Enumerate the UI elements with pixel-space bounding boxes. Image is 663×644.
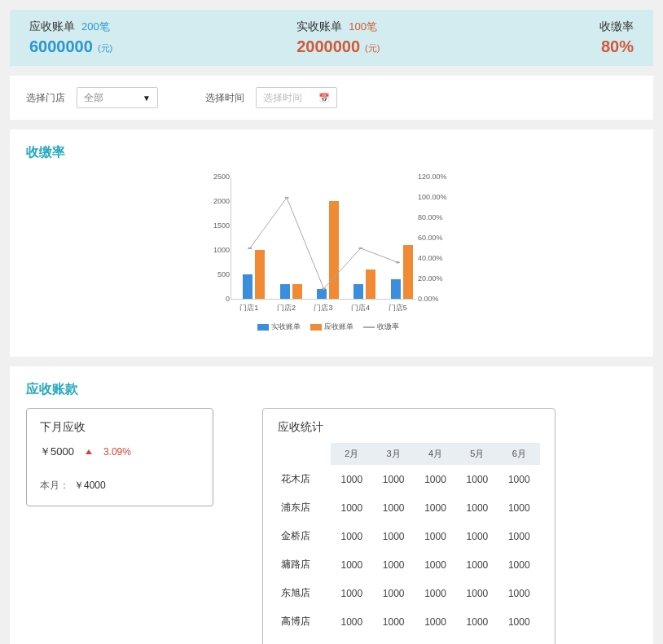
bar-actual — [353, 284, 363, 299]
x-label: 门店3 — [305, 300, 342, 313]
cell-value: 1000 — [415, 550, 456, 579]
table-row: 墉路店10001000100010001000 — [278, 550, 540, 579]
cell-value: 1000 — [498, 607, 540, 636]
summary-actual: 实收账单 100笔 2000000 (元) — [296, 20, 529, 56]
cell-value: 1000 — [456, 522, 498, 550]
stats-table: 2月3月4月5月6月 花木店10001000100010001000浦东店100… — [278, 443, 540, 636]
rate-value: 80% — [601, 37, 634, 56]
next-month-card: 下月应收 ￥5000 3.09% 本月：￥4000 — [26, 408, 213, 506]
y-left-tick: 1500 — [207, 221, 230, 230]
stats-title: 应收统计 — [278, 420, 540, 435]
y-left-tick: 0 — [207, 295, 230, 303]
receivable-unit: (元) — [98, 42, 112, 56]
cell-value: 1000 — [372, 607, 414, 636]
x-label: 门店2 — [268, 300, 305, 313]
cell-value: 1000 — [498, 465, 540, 493]
next-month-amount: ￥5000 — [40, 445, 74, 459]
table-row: 花木店10001000100010001000 — [278, 465, 540, 493]
actual-count: 100笔 — [349, 20, 377, 34]
x-label: 门店1 — [231, 300, 268, 313]
cell-value: 1000 — [456, 607, 498, 636]
y-right-tick: 80.00% — [418, 213, 454, 221]
table-row: 东旭店10001000100010001000 — [278, 579, 540, 607]
bar-group — [274, 284, 307, 299]
filter-store-select[interactable]: 全部 ▼ — [77, 87, 158, 108]
cell-value: 1000 — [456, 579, 498, 607]
legend-actual: 实收账单 — [271, 322, 301, 331]
cell-value: 1000 — [415, 607, 456, 636]
filter-bar: 选择门店 全部 ▼ 选择时间 选择时间 📅 — [10, 76, 653, 120]
y-right-tick: 20.00% — [418, 274, 454, 283]
filter-store-label: 选择门店 — [26, 91, 65, 105]
stats-header: 5月 — [456, 443, 498, 465]
y-left-tick: 500 — [207, 270, 230, 278]
this-month-label: 本月： — [40, 480, 69, 491]
bar-actual — [317, 289, 327, 299]
cell-value: 1000 — [372, 579, 414, 607]
stats-card: 应收统计 2月3月4月5月6月 花木店10001000100010001000浦… — [262, 408, 555, 644]
bar-receivable — [255, 250, 265, 299]
y-right-tick: 60.00% — [418, 234, 454, 242]
cell-value: 1000 — [456, 465, 498, 493]
cell-value: 1000 — [415, 522, 456, 550]
receivable-panel: 应收账款 下月应收 ￥5000 3.09% 本月：￥4000 应收统计 2月3月… — [10, 366, 653, 644]
svg-point-0 — [248, 248, 252, 249]
actual-title: 实收账单 — [296, 20, 342, 34]
bar-receivable — [329, 201, 339, 299]
bar-group — [238, 250, 270, 299]
cell-value: 1000 — [498, 522, 540, 550]
bar-actual — [280, 284, 290, 299]
bar-group — [385, 245, 418, 299]
actual-value: 2000000 — [296, 37, 360, 56]
legend-rate: 收缴率 — [377, 322, 399, 331]
table-row: 浦东店10001000100010001000 — [278, 493, 540, 522]
cell-value: 1000 — [331, 579, 372, 607]
cell-value: 1000 — [372, 550, 414, 579]
filter-time-placeholder: 选择时间 — [263, 91, 302, 105]
bar-group — [349, 269, 381, 299]
bar-receivable — [403, 245, 413, 299]
receivable-value: 6000000 — [29, 37, 93, 56]
receivable-title: 应收账单 — [29, 20, 75, 34]
y-left-tick: 2500 — [207, 173, 230, 181]
y-left-tick: 2000 — [207, 197, 230, 205]
cell-value: 1000 — [331, 522, 372, 550]
cell-value: 1000 — [456, 493, 498, 522]
svg-point-1 — [284, 197, 288, 199]
svg-point-3 — [358, 248, 362, 249]
row-name: 东旭店 — [278, 579, 331, 607]
cell-value: 1000 — [415, 465, 456, 493]
chevron-down-icon: ▼ — [143, 94, 151, 103]
filter-time-select[interactable]: 选择时间 📅 — [256, 87, 337, 108]
row-name: 高博店 — [278, 607, 331, 636]
rate-title: 收缴率 — [599, 20, 634, 34]
bar-receivable — [292, 284, 302, 299]
bar-receivable — [366, 269, 375, 299]
stats-header: 6月 — [498, 443, 540, 465]
filter-time-label: 选择时间 — [205, 91, 244, 105]
cell-value: 1000 — [331, 465, 372, 493]
cell-value: 1000 — [331, 607, 372, 636]
next-month-pct: 3.09% — [103, 446, 131, 458]
summary-bar: 应收账单 200笔 6000000 (元) 实收账单 100笔 2000000 … — [10, 10, 653, 66]
rate-chart: 050010001500200025000.00%20.00%40.00%60.… — [201, 171, 462, 339]
cell-value: 1000 — [372, 522, 414, 550]
y-right-tick: 100.00% — [418, 193, 454, 201]
rate-panel-title: 收缴率 — [26, 144, 637, 161]
row-name: 花木店 — [278, 465, 331, 493]
summary-receivable: 应收账单 200笔 6000000 (元) — [29, 20, 296, 56]
rate-panel: 收缴率 050010001500200025000.00%20.00%40.00… — [10, 129, 653, 357]
table-row: 金桥店10001000100010001000 — [278, 522, 540, 550]
y-right-tick: 40.00% — [418, 254, 454, 262]
cell-value: 1000 — [415, 493, 456, 522]
this-month-amount: ￥4000 — [74, 480, 106, 491]
trend-up-icon — [86, 449, 92, 454]
stats-header: 2月 — [331, 443, 372, 465]
legend-receivable: 应收账单 — [324, 322, 353, 331]
stats-header: 4月 — [415, 443, 456, 465]
x-label: 门店4 — [342, 300, 380, 313]
x-label: 门店5 — [379, 300, 416, 313]
row-name: 金桥店 — [278, 522, 331, 550]
table-row: 高博店10001000100010001000 — [278, 607, 540, 636]
cell-value: 1000 — [415, 579, 456, 607]
